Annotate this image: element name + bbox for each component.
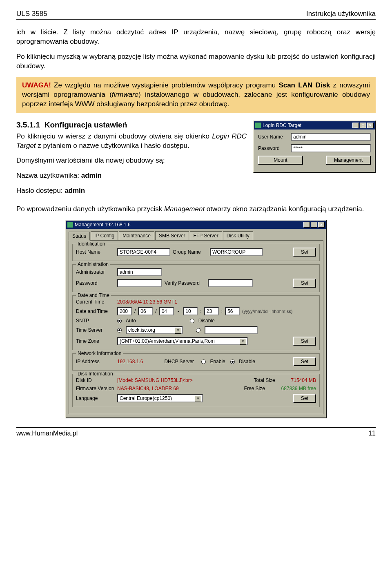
dhcp-disable-radio[interactable]	[230, 359, 235, 364]
tab-diskutil[interactable]: Disk Utility	[223, 231, 253, 240]
disk-id-label: Disk ID	[76, 377, 115, 383]
paragraph: Nazwa użytkownika: admin	[16, 171, 247, 181]
page-header: ULS 3585 Instrukcja użytkownika	[16, 10, 376, 20]
month-input[interactable]: 06	[138, 307, 153, 315]
password-input[interactable]: *****	[291, 144, 371, 152]
ip-address-value: 192.168.1.6	[117, 359, 143, 364]
day-input[interactable]: 04	[159, 307, 174, 315]
maximize-button[interactable]: □	[360, 123, 366, 128]
group-name-input[interactable]: WORKGROUP	[210, 248, 263, 256]
window-icon	[67, 222, 73, 228]
set-button[interactable]: Set	[293, 248, 316, 257]
tab-status[interactable]: Status	[69, 232, 90, 241]
page-number: 11	[368, 430, 376, 437]
management-window: Management 192.168.1.6 _ □ × Status IP C…	[65, 220, 327, 418]
set-button[interactable]: Set	[293, 394, 316, 403]
group-disk: Disk Information Disk ID [Model: SAMSUNG…	[72, 374, 320, 407]
window-title: Management 192.168.1.6	[75, 222, 303, 228]
doc-title: Instrukcja użytkownika	[306, 10, 376, 18]
timezone-label: Time Zone	[76, 338, 115, 344]
tab-maintenance[interactable]: Maintenance	[119, 231, 154, 240]
minimize-button[interactable]: _	[303, 222, 310, 228]
mount-button[interactable]: Mount	[258, 156, 303, 165]
password-label: Password	[258, 145, 291, 151]
paragraph: Domyślnymi wartościami dla nowej obudowy…	[16, 156, 247, 165]
window-titlebar[interactable]: Management 192.168.1.6 _ □ ×	[66, 221, 326, 229]
section-heading: 3.5.1.1 Konfiguracja ustawień	[16, 121, 247, 130]
window-title: Login RDC Target	[263, 123, 352, 128]
group-administration: Administration Administrator admin Passw…	[72, 264, 320, 292]
ip-address-label: IP Address	[76, 359, 115, 364]
close-button[interactable]: ×	[367, 123, 374, 128]
set-button[interactable]: Set	[293, 357, 316, 366]
firmware-version-value: NAS-BASIC48, LOADER 69	[117, 386, 242, 391]
tab-smb[interactable]: SMB Server	[155, 231, 189, 240]
paragraph: Po wprowadzeniu danych użytkownika przyc…	[16, 205, 376, 214]
time-server-radio[interactable]	[117, 328, 122, 333]
total-size-value: 715404 MB	[291, 377, 316, 383]
group-network: Network Information IP Address 192.168.1…	[72, 353, 320, 371]
administrator-label: Administrator	[76, 269, 115, 275]
tab-bar: Status IP Config Maintenance SMB Server …	[66, 229, 326, 240]
username-label: User Name	[258, 134, 291, 140]
language-label: Language	[76, 395, 115, 401]
current-time-value: 2008/06/04 10:23:56 GMT1	[117, 299, 177, 305]
paragraph: ich w liście. Z listy można odczytać adr…	[16, 28, 376, 47]
window-icon	[255, 123, 261, 128]
set-button[interactable]: Set	[293, 279, 316, 288]
paragraph: Hasło dostępu: admin	[16, 186, 247, 196]
tab-ipconfig[interactable]: IP Config	[91, 231, 118, 240]
group-name-label: Group Name	[173, 249, 207, 255]
group-identification: Identification Host Name STORAGE-00F4 Gr…	[72, 244, 320, 261]
current-time-label: Current Time	[76, 299, 115, 305]
verify-password-input[interactable]	[208, 279, 253, 287]
sntp-label: SNTP	[76, 318, 115, 324]
paragraph: Po kliknięciu w wiersz z danymi obudowy …	[16, 132, 247, 151]
warning-label: UWAGA!	[22, 81, 51, 89]
verify-password-label: Verify Password	[165, 280, 205, 286]
tab-ftp[interactable]: FTP Server	[190, 231, 222, 240]
total-size-label: Total Size	[254, 377, 289, 383]
free-size-value: 687839 MB free	[281, 386, 316, 391]
username-input[interactable]: admin	[291, 133, 371, 141]
minute-input[interactable]: 23	[204, 307, 219, 315]
dhcp-enable-radio[interactable]	[201, 359, 206, 364]
time-server-select[interactable]: clock.isc.org	[126, 326, 183, 334]
host-name-label: Host Name	[76, 249, 115, 255]
password-label: Password	[76, 280, 115, 286]
host-name-input[interactable]: STORAGE-00F4	[117, 248, 170, 256]
free-size-label: Free Size	[244, 386, 279, 391]
page-footer: www.HumanMedia.pl 11	[16, 427, 376, 437]
doc-code: ULS 3585	[16, 10, 47, 18]
footer-url: www.HumanMedia.pl	[16, 430, 78, 437]
administrator-input[interactable]: admin	[117, 268, 162, 276]
language-select[interactable]: Central Europe(cp1250)	[117, 394, 203, 402]
time-server-custom-radio[interactable]	[196, 328, 200, 333]
tab-panel-status: Identification Host Name STORAGE-00F4 Gr…	[69, 240, 323, 414]
paragraph: Po kliknięciu myszką w wybraną pozycję l…	[16, 52, 376, 71]
hour-input[interactable]: 10	[183, 307, 198, 315]
second-input[interactable]: 56	[225, 307, 240, 315]
time-server-label: Time Server	[76, 327, 115, 333]
close-button[interactable]: ×	[318, 222, 325, 228]
disk-id-value: [Model: SAMSUNG HD753LJ]<br>	[117, 377, 252, 383]
maximize-button[interactable]: □	[311, 222, 317, 228]
management-button[interactable]: Management	[326, 156, 371, 165]
password-input[interactable]	[117, 279, 162, 287]
year-input[interactable]: 200	[117, 307, 132, 315]
group-datetime: Date and Time Current Time 2008/06/04 10…	[72, 295, 320, 350]
dhcp-server-label: DHCP Server	[164, 359, 199, 364]
sntp-auto-radio[interactable]	[117, 319, 122, 323]
login-window: Login RDC Target _ □ × User Name admin P…	[253, 121, 376, 173]
set-button[interactable]: Set	[293, 337, 316, 346]
timezone-select[interactable]: (GMT+01:00)Amsterdam,Vienna,Paris,Rom	[117, 337, 248, 345]
minimize-button[interactable]: _	[352, 123, 359, 128]
date-format-hint: (yyyy/mm/dd - hh:mm:ss)	[242, 309, 292, 314]
datetime-label: Date and Time	[76, 308, 115, 314]
sntp-disable-radio[interactable]	[190, 319, 194, 323]
warning-box: UWAGA! Ze względu na możliwe wystąpienie…	[16, 77, 376, 113]
time-server-custom-input[interactable]	[205, 326, 258, 334]
firmware-version-label: Firmware Version	[76, 386, 115, 391]
program-name: Scan LAN Disk	[278, 81, 330, 89]
window-titlebar[interactable]: Login RDC Target _ □ ×	[254, 121, 375, 130]
